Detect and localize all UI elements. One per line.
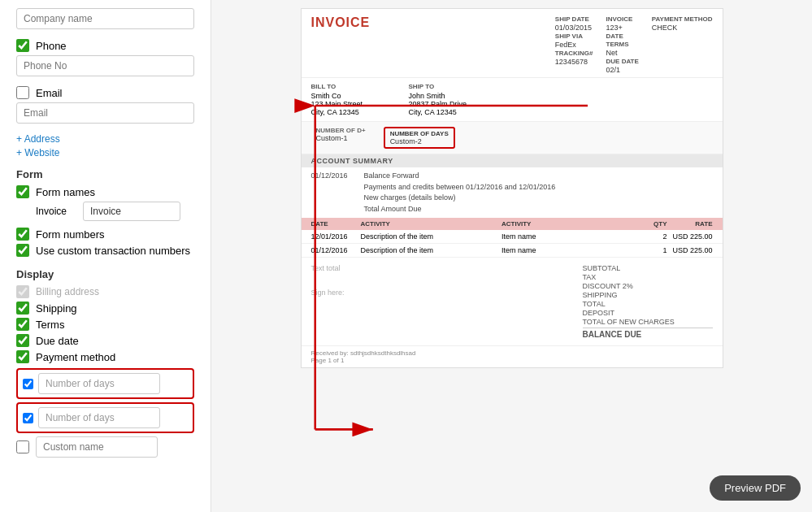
email-group: Email xyxy=(16,86,194,127)
row2-rate: USD 225.00 xyxy=(672,246,713,254)
form-names-label: Form names xyxy=(36,186,95,198)
total-amount-due: Total Amount Due xyxy=(364,204,556,215)
bill-to-label: BILL TO xyxy=(311,83,393,90)
custom1-label: Custom-1 xyxy=(316,134,366,142)
form-section-title: Form xyxy=(16,168,194,180)
ship-via-value: FedEx xyxy=(555,41,593,49)
payment-method-label: Payment method xyxy=(36,351,115,363)
number-of-days-invoice-label: NUMBER OF DAYS xyxy=(390,130,449,137)
ship-to-addr1: 20837 Palm Drive xyxy=(409,100,490,108)
row2-act1: Description of the item xyxy=(361,246,497,254)
billing-address-checkbox xyxy=(16,285,29,298)
email-label: Email xyxy=(36,87,63,99)
phone-input[interactable] xyxy=(16,55,194,76)
display-section-title: Display xyxy=(16,268,194,280)
text-total-label: Text total xyxy=(311,264,583,272)
phone-label: Phone xyxy=(36,40,67,52)
table-row: 12/01/2016 Description of the item Item … xyxy=(302,230,723,244)
address-link[interactable]: + Address xyxy=(16,133,194,145)
preview-pdf-button[interactable]: Preview PDF xyxy=(710,475,801,501)
invoice-name-input[interactable] xyxy=(83,202,180,221)
shipping-checkbox[interactable] xyxy=(16,302,29,315)
payment-method-checkbox[interactable] xyxy=(16,350,29,363)
left-panel: Phone Email + Address + Website Form For… xyxy=(0,0,211,512)
number-of-days-1-checkbox[interactable] xyxy=(23,379,33,389)
email-input[interactable] xyxy=(16,102,194,124)
shipping-total-label: SHIPPING xyxy=(583,291,618,299)
invoice-preview: INVOICE SHIP DATE 01/03/2015 SHIP VIA Fe… xyxy=(301,8,723,368)
terms-meta-label: TERMS xyxy=(606,41,639,48)
th-date: DATE xyxy=(311,220,356,228)
company-name-group xyxy=(16,8,194,33)
tracking-value: 12345678 xyxy=(555,58,593,66)
billing-address-label: Billing address xyxy=(36,286,99,297)
th-activity2: ACTIVITY xyxy=(502,220,638,228)
number-of-days-2-input[interactable] xyxy=(38,407,160,428)
row1-qty: 2 xyxy=(643,232,667,241)
tracking-label: TRACKING# xyxy=(555,50,593,57)
footer2: Page 1 of 1 xyxy=(311,357,713,364)
new-charges-text: New charges (details below) xyxy=(364,193,556,204)
row1-date: 12/01/2016 xyxy=(311,232,356,241)
ship-date-label: SHIP DATE xyxy=(555,15,593,23)
ship-date-value: 01/03/2015 xyxy=(555,24,593,32)
number-of-days-2-checkbox[interactable] xyxy=(23,413,33,423)
email-checkbox[interactable] xyxy=(16,86,29,99)
ship-to-label: SHIP TO xyxy=(409,83,490,90)
discount-label: DISCOUNT 2% xyxy=(583,282,633,290)
payments-text: Payments and credits between 01/12/2016 … xyxy=(364,182,556,193)
custom-tx-checkbox[interactable] xyxy=(16,244,29,257)
number-of-days-1-input[interactable] xyxy=(38,373,160,394)
table-row: 01/12/2016 Description of the item Item … xyxy=(302,244,723,258)
th-activity1: ACTIVITY xyxy=(361,220,497,228)
bill-to-addr1: 123 Main Street xyxy=(311,100,393,108)
th-rate: RATE xyxy=(672,220,713,228)
sign-here-label: Sign here: xyxy=(311,289,583,297)
row2-act2: Item name xyxy=(502,246,638,254)
bill-to-city: City, CA 12345 xyxy=(311,108,393,116)
form-names-checkbox[interactable] xyxy=(16,185,29,198)
invoice-label: Invoice xyxy=(36,206,76,217)
balance-due-label: BALANCE DUE xyxy=(583,330,642,339)
payment-method-meta-label: PAYMENT METHOD xyxy=(652,15,713,23)
form-numbers-checkbox[interactable] xyxy=(16,228,29,241)
invoice-num-value: 123+ xyxy=(606,24,639,32)
number-of-po-label: NUMBER OF D+ xyxy=(316,127,366,134)
row2-date: 01/12/2016 xyxy=(311,246,356,254)
tax-label: TAX xyxy=(583,273,597,281)
custom-name-input[interactable] xyxy=(36,436,158,458)
ship-to-city: City, CA 12345 xyxy=(409,108,490,116)
footer1: Received by: sdthjsdhksdthksdlhsad xyxy=(311,349,713,357)
total-label: TOTAL xyxy=(583,300,606,308)
phone-checkbox[interactable] xyxy=(16,39,29,52)
account-summary-header: ACCOUNT SUMMARY xyxy=(302,154,723,167)
terms-checkbox[interactable] xyxy=(16,318,29,331)
th-qty: QTY xyxy=(643,220,667,228)
summary-date: 01/12/2016 xyxy=(311,171,348,215)
custom2-label: Custom-2 xyxy=(390,137,449,145)
ship-to-name: John Smith xyxy=(409,92,490,100)
row1-act2: Item name xyxy=(502,232,638,241)
row2-qty: 1 xyxy=(643,246,667,254)
shipping-label: Shipping xyxy=(36,302,77,315)
company-name-input[interactable] xyxy=(16,8,194,29)
terms-label: Terms xyxy=(36,319,64,331)
right-panel: INVOICE SHIP DATE 01/03/2015 SHIP VIA Fe… xyxy=(211,0,812,512)
invoice-title: INVOICE xyxy=(311,15,371,74)
deposit-label: DEPOSIT xyxy=(583,309,615,317)
phone-group: Phone xyxy=(16,39,194,80)
due-date-meta-value: 02/1 xyxy=(606,66,639,74)
payment-method-meta-value: CHECK xyxy=(652,24,713,32)
custom-tx-label: Use custom transaction numbers xyxy=(36,245,190,257)
website-link[interactable]: + Website xyxy=(16,147,194,158)
bill-to-name: Smith Co xyxy=(311,92,393,100)
invoice-num-label: INVOICE xyxy=(606,15,639,23)
subtotal-label: SUBTOTAL xyxy=(583,264,621,272)
ship-via-label: SHIP VIA xyxy=(555,33,593,40)
due-date-label: Due date xyxy=(36,335,79,347)
custom-name-checkbox[interactable] xyxy=(16,440,29,453)
total-new-charges-label: TOTAL OF NEW CHARGES xyxy=(583,318,675,326)
form-numbers-label: Form numbers xyxy=(36,228,105,241)
row1-act1: Description of the item xyxy=(361,232,497,241)
due-date-checkbox[interactable] xyxy=(16,334,29,347)
